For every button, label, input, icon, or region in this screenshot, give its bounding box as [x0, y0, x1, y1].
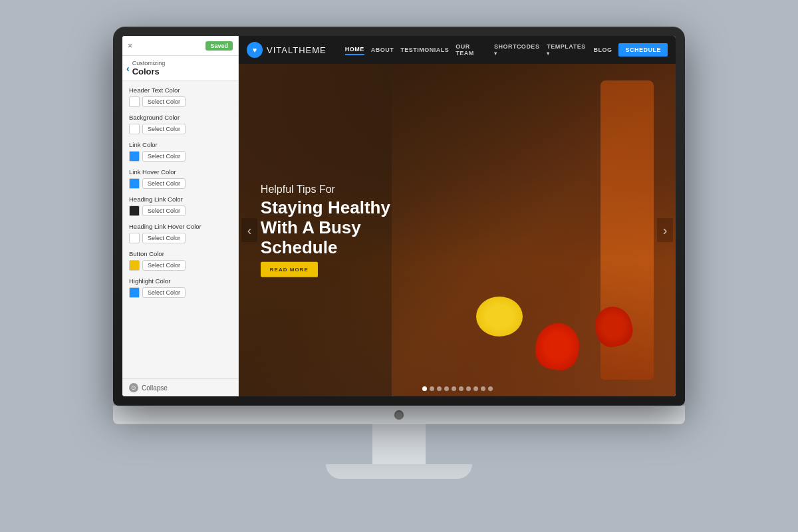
monitor-stand-base: [326, 464, 472, 479]
color-swatch-4[interactable]: [129, 205, 140, 216]
nav-item-blog[interactable]: BLOG: [593, 45, 612, 55]
monitor-camera: [394, 410, 404, 420]
color-swatch-5[interactable]: [129, 233, 140, 243]
monitor: × Saved ‹ Customizing Colors Header Text…: [113, 27, 685, 505]
color-select-btn-3[interactable]: Select Color: [142, 178, 186, 189]
slider-dot-2[interactable]: [437, 386, 442, 391]
color-swatch-row-6: Select Color: [129, 260, 231, 271]
color-field-3: Link Hover Color Select Color: [129, 168, 231, 189]
slider-next-button[interactable]: ›: [657, 218, 673, 242]
monitor-screen: × Saved ‹ Customizing Colors Header Text…: [122, 36, 676, 396]
slider-dot-5[interactable]: [459, 386, 464, 391]
color-select-btn-0[interactable]: Select Color: [142, 96, 186, 107]
nav-item-our-team[interactable]: OUR TEAM: [456, 42, 487, 58]
website-preview: ♥ VITALTHEME HOMEABOUTTESTIMONIALSOUR TE…: [239, 36, 676, 396]
slider-dot-4[interactable]: [452, 386, 456, 391]
breadcrumb-parent: Customizing: [132, 60, 166, 66]
color-swatch-row-0: Select Color: [129, 96, 231, 107]
color-field-label-1: Background Color: [129, 114, 231, 121]
color-swatch-row-2: Select Color: [129, 151, 231, 162]
nav-item-testimonials[interactable]: TESTIMONIALS: [400, 45, 449, 55]
slider-dot-3[interactable]: [444, 386, 449, 391]
color-field-label-4: Heading Link Color: [129, 196, 231, 203]
back-button[interactable]: ‹: [126, 63, 130, 74]
color-swatch-row-1: Select Color: [129, 124, 231, 134]
color-field-label-2: Link Color: [129, 141, 231, 148]
nav-item-home[interactable]: HOME: [345, 45, 364, 55]
color-field-5: Heading Link Hover Color Select Color: [129, 223, 231, 243]
color-select-btn-1[interactable]: Select Color: [142, 124, 186, 134]
hero-subtitle: Helpful Tips For: [261, 184, 390, 196]
customizer-topbar: × Saved: [122, 36, 238, 56]
nav-cta-button[interactable]: SCHEDULE: [618, 43, 668, 57]
close-button[interactable]: ×: [128, 41, 132, 51]
customizer-panel: × Saved ‹ Customizing Colors Header Text…: [122, 36, 239, 396]
slider-prev-button[interactable]: ‹: [241, 218, 257, 242]
slider-dot-7[interactable]: [473, 386, 478, 391]
color-field-1: Background Color Select Color: [129, 114, 231, 134]
color-field-label-5: Heading Link Hover Color: [129, 223, 231, 230]
site-navbar: ♥ VITALTHEME HOMEABOUTTESTIMONIALSOUR TE…: [239, 36, 676, 64]
color-field-label-6: Button Color: [129, 250, 231, 257]
slider-dot-0[interactable]: [422, 386, 427, 391]
hero-content: Helpful Tips For Staying Healthy With A …: [261, 184, 390, 277]
color-swatch-3[interactable]: [129, 178, 140, 189]
hero-cta-button[interactable]: READ MORE: [261, 261, 318, 277]
color-field-0: Header Text Color Select Color: [129, 86, 231, 107]
color-field-label-0: Header Text Color: [129, 86, 231, 94]
color-select-btn-2[interactable]: Select Color: [142, 151, 186, 162]
hero-title: Staying Healthy With A Busy Schedule: [261, 198, 390, 258]
slider-dot-6[interactable]: [466, 386, 471, 391]
color-field-4: Heading Link Color Select Color: [129, 196, 231, 216]
slider-dots: [422, 386, 493, 391]
color-field-7: Highlight Color Select Color: [129, 277, 231, 298]
color-swatch-row-7: Select Color: [129, 287, 231, 298]
color-field-6: Button Color Select Color: [129, 250, 231, 271]
monitor-stand-neck: [372, 424, 426, 464]
color-select-btn-5[interactable]: Select Color: [142, 233, 186, 243]
hero-slider: Helpful Tips For Staying Healthy With A …: [239, 64, 676, 396]
color-swatch-row-4: Select Color: [129, 205, 231, 216]
color-swatch-row-3: Select Color: [129, 178, 231, 189]
color-swatch-1[interactable]: [129, 124, 140, 134]
logo-text: VITALTHEME: [267, 45, 327, 55]
color-swatch-6[interactable]: [129, 260, 140, 271]
monitor-bezel: × Saved ‹ Customizing Colors Header Text…: [113, 27, 685, 406]
monitor-chin: [113, 406, 685, 424]
nav-item-templates[interactable]: TEMPLATES: [547, 42, 587, 58]
color-swatch-row-5: Select Color: [129, 233, 231, 243]
customizer-breadcrumb: ‹ Customizing Colors: [122, 56, 238, 81]
customizer-footer[interactable]: ⊙ Collapse: [122, 378, 238, 396]
color-field-2: Link Color Select Color: [129, 141, 231, 162]
slider-dot-1[interactable]: [430, 386, 434, 391]
color-field-label-3: Link Hover Color: [129, 168, 231, 176]
lemon-decoration: [476, 297, 523, 336]
saved-badge: Saved: [205, 41, 233, 51]
nav-items: HOMEABOUTTESTIMONIALSOUR TEAMSHORTCODEST…: [345, 42, 668, 58]
slider-dot-9[interactable]: [488, 386, 493, 391]
slider-dot-8[interactable]: [481, 386, 485, 391]
nav-item-about[interactable]: ABOUT: [371, 45, 394, 55]
collapse-icon: ⊙: [129, 383, 138, 392]
color-select-btn-4[interactable]: Select Color: [142, 205, 186, 216]
collapse-label: Collapse: [142, 384, 168, 392]
color-select-btn-7[interactable]: Select Color: [142, 287, 186, 298]
color-swatch-7[interactable]: [129, 287, 140, 298]
customizer-body: Header Text Color Select Color Backgroun…: [122, 81, 238, 378]
nav-item-shortcodes[interactable]: SHORTCODES: [494, 42, 540, 58]
color-swatch-2[interactable]: [129, 151, 140, 162]
browser-content: × Saved ‹ Customizing Colors Header Text…: [122, 36, 676, 396]
site-logo: ♥ VITALTHEME: [247, 42, 327, 58]
color-field-label-7: Highlight Color: [129, 277, 231, 285]
color-select-btn-6[interactable]: Select Color: [142, 260, 186, 271]
logo-icon: ♥: [247, 42, 263, 58]
section-title: Colors: [132, 66, 166, 76]
color-swatch-0[interactable]: [129, 96, 140, 107]
